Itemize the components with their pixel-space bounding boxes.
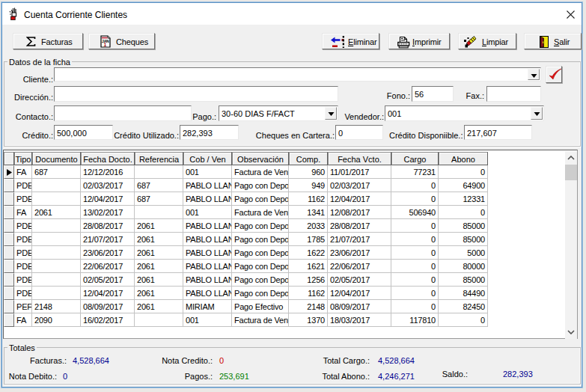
svg-text:1: 1 (104, 42, 107, 47)
